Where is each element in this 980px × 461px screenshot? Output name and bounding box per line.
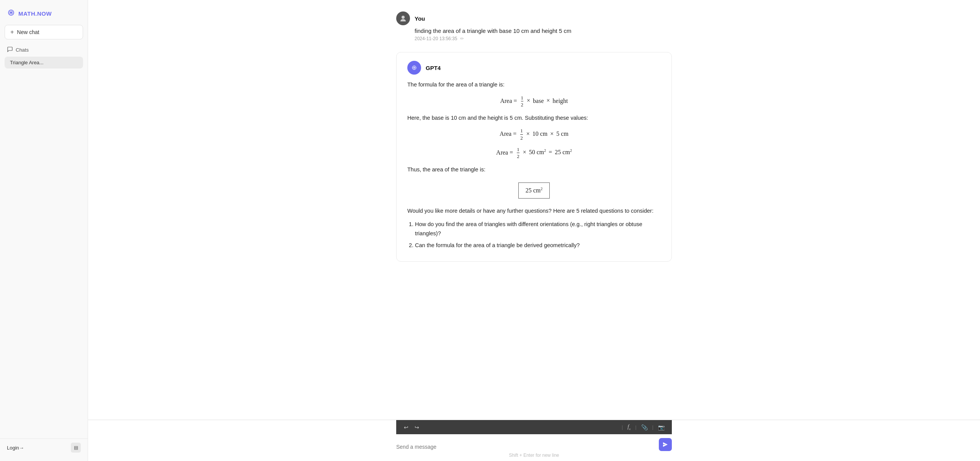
- chat-area: You finding the area of a triangle with …: [88, 0, 980, 420]
- logo-icon: [7, 8, 15, 19]
- formula-button[interactable]: fx: [626, 423, 632, 432]
- collapse-icon: ▤: [74, 445, 78, 450]
- undo-button[interactable]: ↩: [402, 423, 411, 432]
- formula-3: Area = 1 2 × 50 cm2 = 25 cm2: [407, 147, 661, 160]
- logo: MATH.NOW: [0, 5, 88, 25]
- login-label: Login→: [7, 445, 24, 451]
- formula-2: Area = 1 2 × 10 cm × 5 cm: [407, 128, 661, 141]
- chats-icon: [7, 46, 13, 54]
- input-inner: ↩ ↪ | fx | 📎 | 📷: [389, 420, 679, 461]
- sidebar-collapse-button[interactable]: ▤: [71, 443, 81, 453]
- user-message: You finding the area of a triangle with …: [396, 11, 672, 41]
- user-message-text: finding the area of a triangle with base…: [415, 28, 672, 34]
- user-avatar: [396, 11, 410, 25]
- answer-box-wrapper: 25 cm2: [407, 179, 661, 202]
- gpt-substitution-text: Here, the base is 10 cm and the height i…: [407, 113, 661, 123]
- gpt-intro: The formula for the area of a triangle i…: [407, 80, 661, 90]
- message-input-row: [396, 434, 672, 453]
- user-timestamp: 2024-11-20 13:56:35: [415, 36, 457, 41]
- attach-button[interactable]: 📎: [639, 424, 650, 431]
- new-chat-label: New chat: [17, 29, 39, 35]
- camera-button[interactable]: 📷: [656, 424, 666, 431]
- plus-icon: +: [10, 29, 14, 36]
- edit-icon[interactable]: ✏: [460, 36, 464, 41]
- related-questions-list: How do you find the area of triangles wi…: [415, 220, 661, 250]
- toolbar-sep-3: |: [652, 424, 653, 430]
- svg-point-0: [402, 16, 405, 19]
- related-question-2: Can the formula for the area of a triang…: [415, 241, 661, 250]
- main-content: You finding the area of a triangle with …: [88, 0, 980, 461]
- gpt-name: GPT4: [426, 65, 441, 71]
- user-header: You: [396, 11, 672, 25]
- chats-section-label: Chats: [0, 42, 88, 56]
- message-input[interactable]: [396, 443, 655, 451]
- formula-1: Area = 1 2 × base × height: [407, 95, 661, 108]
- related-question-1: How do you find the area of triangles wi…: [415, 220, 661, 238]
- new-chat-button[interactable]: + New chat: [5, 25, 83, 39]
- login-button[interactable]: Login→: [7, 445, 24, 451]
- sidebar: MATH.NOW + New chat Chats Triangle Area.…: [0, 0, 88, 461]
- gpt-body: The formula for the area of a triangle i…: [407, 80, 661, 250]
- chats-label: Chats: [16, 47, 29, 53]
- logo-label: MATH.NOW: [18, 10, 52, 17]
- message-container: You finding the area of a triangle with …: [389, 11, 679, 262]
- toolbar-sep-1: |: [622, 424, 623, 430]
- sidebar-bottom: Login→ ▤: [0, 438, 88, 456]
- send-button[interactable]: [659, 438, 672, 451]
- gpt-header: GPT4: [407, 61, 661, 75]
- chat-item-triangle[interactable]: Triangle Area...: [5, 57, 83, 68]
- input-area: ↩ ↪ | fx | 📎 | 📷: [88, 420, 980, 461]
- toolbar-row: ↩ ↪ | fx | 📎 | 📷: [396, 420, 672, 434]
- answer-box: 25 cm2: [518, 182, 550, 198]
- toolbar-sep-2: |: [635, 424, 636, 430]
- chat-item-label: Triangle Area...: [10, 60, 44, 65]
- redo-button[interactable]: ↪: [412, 423, 421, 432]
- fx-icon: fx: [627, 424, 630, 430]
- attach-icon: 📎: [641, 424, 648, 430]
- user-meta: 2024-11-20 13:56:35 ✏: [415, 36, 672, 41]
- gpt-conclusion: Thus, the area of the triangle is:: [407, 165, 661, 174]
- user-name: You: [415, 15, 425, 22]
- gpt-message: GPT4 The formula for the area of a trian…: [396, 52, 672, 262]
- gpt-follow-up: Would you like more details or have any …: [407, 206, 661, 216]
- input-hint: Shift + Enter for new line: [396, 453, 672, 461]
- gpt-avatar: [407, 61, 421, 75]
- camera-icon: 📷: [658, 424, 665, 430]
